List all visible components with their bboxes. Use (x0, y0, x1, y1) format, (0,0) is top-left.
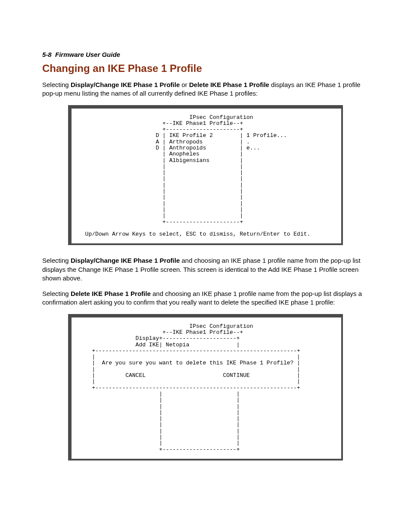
section-title: Changing an IKE Phase 1 Profile (42, 62, 369, 75)
p1-bold2: Delete IKE Phase 1 Profile (189, 81, 269, 88)
p2-bold1: Display/Change IKE Phase 1 Profile (71, 257, 180, 264)
terminal-frame-1: IPsec Configuration +--IKE Phase1 Profil… (68, 105, 343, 246)
terminal-output-1: IPsec Configuration +--IKE Phase1 Profil… (78, 115, 334, 238)
paragraph-1: Selecting Display/Change IKE Phase 1 Pro… (42, 81, 369, 98)
p2-lead: Selecting (42, 257, 71, 264)
p1-bold1: Display/Change IKE Phase 1 Profile (71, 81, 180, 88)
page-ref: 5-8 (42, 51, 52, 58)
page-header: 5-8 Firmware User Guide (42, 51, 369, 58)
doc-title: Firmware User Guide (55, 51, 120, 58)
terminal-output-2: IPsec Configuration +--IKE Phase1 Profil… (78, 324, 334, 453)
p1-lead: Selecting (42, 81, 71, 88)
paragraph-2: Selecting Display/Change IKE Phase 1 Pro… (42, 256, 369, 283)
terminal-frame-2: IPsec Configuration +--IKE Phase1 Profil… (68, 314, 343, 460)
p3-lead: Selecting (42, 290, 71, 297)
page-container: 5-8 Firmware User Guide Changing an IKE … (0, 0, 411, 498)
p3-bold1: Delete IKE Phase 1 Profile (71, 290, 151, 297)
paragraph-3: Selecting Delete IKE Phase 1 Profile and… (42, 289, 369, 307)
p1-mid: or (180, 81, 189, 88)
